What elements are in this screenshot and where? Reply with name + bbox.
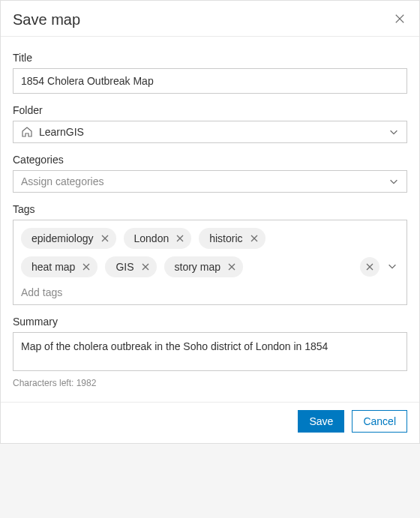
- tags-box[interactable]: epidemiology London historic: [13, 220, 407, 305]
- tag-chip[interactable]: historic: [199, 228, 265, 249]
- tag-chip[interactable]: heat map: [21, 256, 98, 277]
- tags-row-1: epidemiology London historic: [21, 228, 399, 249]
- folder-select[interactable]: LearnGIS: [13, 121, 407, 143]
- chevron-down-icon: [387, 261, 398, 274]
- tag-remove-icon[interactable]: [176, 235, 184, 242]
- tag-label: heat map: [32, 261, 75, 273]
- folder-label: Folder: [13, 104, 407, 116]
- home-folder-icon: [21, 126, 33, 138]
- tag-remove-icon[interactable]: [101, 235, 109, 242]
- tags-row-2: heat map GIS story map: [21, 256, 399, 277]
- cancel-button[interactable]: Cancel: [352, 410, 407, 433]
- tags-clear-button[interactable]: [360, 257, 380, 277]
- summary-label: Summary: [13, 316, 407, 328]
- title-label: Title: [13, 52, 407, 64]
- tags-field: Tags epidemiology London historic: [13, 203, 407, 305]
- tag-label: epidemiology: [32, 232, 94, 244]
- categories-placeholder-text: Assign categories: [21, 175, 388, 187]
- save-button[interactable]: Save: [298, 410, 344, 433]
- tag-label: historic: [209, 232, 242, 244]
- folder-field: Folder LearnGIS: [13, 104, 407, 143]
- tag-remove-icon[interactable]: [228, 263, 236, 271]
- tag-chip[interactable]: story map: [164, 256, 243, 277]
- tag-chip[interactable]: London: [124, 228, 192, 249]
- dialog-header: Save map: [1, 1, 419, 36]
- tag-label: story map: [175, 261, 220, 273]
- tag-chip[interactable]: GIS: [105, 256, 156, 277]
- dialog-footer: Save Cancel: [1, 402, 419, 443]
- tag-remove-icon[interactable]: [82, 263, 90, 271]
- tag-label: London: [134, 232, 170, 244]
- dialog-title: Save map: [13, 11, 80, 28]
- close-icon: [366, 261, 374, 273]
- tags-add-placeholder[interactable]: Add tags: [21, 286, 399, 298]
- tags-label: Tags: [13, 203, 407, 215]
- title-input[interactable]: [13, 68, 407, 94]
- categories-field: Categories Assign categories: [13, 154, 407, 193]
- characters-left: Characters left: 1982: [13, 378, 407, 388]
- categories-select[interactable]: Assign categories: [13, 170, 407, 193]
- close-icon: [394, 13, 405, 26]
- tag-remove-icon[interactable]: [250, 235, 258, 242]
- summary-field: Summary Characters left: 1982: [13, 316, 407, 388]
- title-field: Title: [13, 52, 407, 94]
- categories-label: Categories: [13, 154, 407, 166]
- tag-label: GIS: [116, 261, 134, 273]
- tags-expand-button[interactable]: [387, 261, 398, 274]
- tag-chip[interactable]: epidemiology: [21, 228, 116, 249]
- tags-controls: [360, 257, 399, 277]
- save-map-dialog: Save map Title Folder LearnGIS: [0, 0, 420, 444]
- close-button[interactable]: [392, 13, 407, 28]
- folder-selected-text: LearnGIS: [39, 126, 388, 138]
- chevron-down-icon: [388, 127, 399, 137]
- tag-remove-icon[interactable]: [142, 263, 149, 271]
- summary-textarea[interactable]: [13, 332, 407, 371]
- dialog-body: Title Folder LearnGIS Categories: [1, 36, 419, 402]
- chevron-down-icon: [388, 176, 399, 187]
